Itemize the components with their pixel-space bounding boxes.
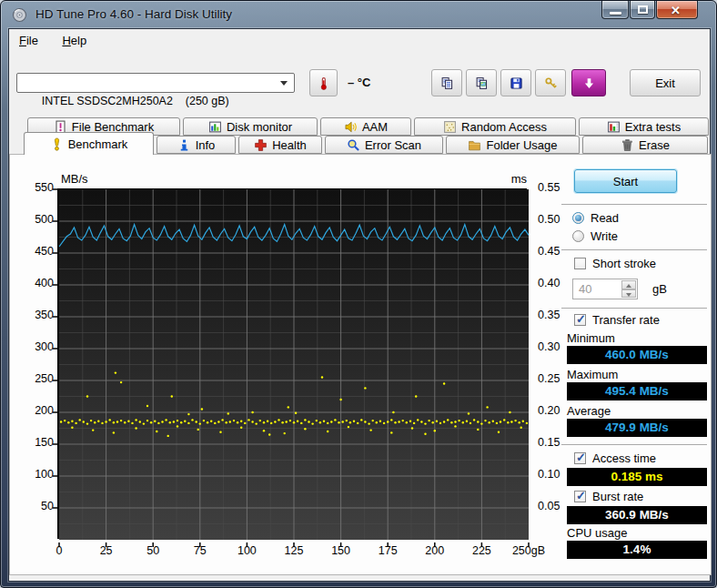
copy-image-icon bbox=[475, 76, 489, 90]
access-time-checkbox[interactable] bbox=[574, 452, 586, 464]
tab-random-access[interactable]: Random Access bbox=[414, 117, 576, 136]
burst-rate-checkbox[interactable] bbox=[574, 491, 586, 502]
tab-error-scan[interactable]: Error Scan bbox=[325, 136, 443, 154]
window-title: HD Tune Pro 4.60 - Hard Disk Utility bbox=[35, 7, 232, 21]
minimize-button[interactable] bbox=[601, 1, 629, 19]
menu-help[interactable]: Help bbox=[52, 29, 96, 52]
access-time-row[interactable]: Access time bbox=[574, 451, 656, 465]
info-icon bbox=[177, 138, 191, 152]
menu-file[interactable]: File bbox=[9, 29, 48, 52]
burst-rate-value: 360.9 MB/s bbox=[567, 506, 707, 524]
app-window: HD Tune Pro 4.60 - Hard Disk Utility ✕ F… bbox=[0, 0, 717, 588]
tab-extra-tests[interactable]: Extra tests bbox=[579, 117, 709, 136]
tab-aam[interactable]: AAM bbox=[320, 117, 411, 136]
update-button[interactable] bbox=[571, 69, 606, 96]
benchmark-chart bbox=[57, 188, 527, 539]
tab-folder-usage[interactable]: Folder Usage bbox=[446, 136, 580, 154]
spinner-up-button[interactable] bbox=[621, 280, 636, 289]
maximum-value: 495.4 MB/s bbox=[567, 382, 707, 400]
trash-icon bbox=[621, 138, 634, 152]
speaker-icon bbox=[344, 120, 358, 134]
chevron-down-icon bbox=[280, 81, 288, 86]
short-stroke-checkbox[interactable] bbox=[574, 258, 586, 269]
folder-icon bbox=[468, 138, 481, 152]
tab-erase[interactable]: Erase bbox=[582, 136, 708, 154]
transfer-rate-checkbox[interactable] bbox=[574, 314, 586, 326]
tab-info[interactable]: Info bbox=[157, 136, 236, 154]
temperature-button[interactable] bbox=[309, 69, 338, 96]
chart-plot-area bbox=[59, 189, 529, 540]
short-stroke-input[interactable]: 40 bbox=[572, 279, 638, 299]
drive-select-dropdown[interactable]: INTEL SSDSC2MH250A2 (250 gB) bbox=[16, 73, 295, 93]
options-key-icon bbox=[544, 76, 558, 90]
thermometer-icon bbox=[317, 76, 330, 90]
app-disk-icon bbox=[12, 7, 27, 23]
transfer-rate-row[interactable]: Transfer rate bbox=[574, 313, 660, 327]
extra-tests-icon bbox=[607, 120, 621, 134]
minimize-icon bbox=[610, 12, 621, 15]
burst-rate-row[interactable]: Burst rate bbox=[574, 490, 643, 503]
random-access-icon bbox=[443, 120, 457, 134]
maximize-button[interactable] bbox=[630, 1, 655, 19]
average-value: 479.9 MB/s bbox=[567, 419, 707, 437]
temperature-label: – °C bbox=[348, 76, 370, 89]
read-radio-row[interactable]: Read bbox=[572, 211, 619, 225]
start-button[interactable]: Start bbox=[574, 169, 677, 193]
tab-disk-monitor[interactable]: Disk monitor bbox=[183, 117, 318, 136]
maximize-icon bbox=[638, 5, 648, 14]
tab-health[interactable]: Health bbox=[238, 136, 322, 154]
benchmark-icon bbox=[50, 137, 64, 151]
minimum-value: 460.0 MB/s bbox=[567, 346, 707, 364]
tab-benchmark[interactable]: Benchmark bbox=[24, 132, 154, 155]
short-stroke-unit: gB bbox=[652, 282, 667, 296]
average-label: Average bbox=[567, 404, 611, 418]
maximum-label: Maximum bbox=[567, 368, 618, 381]
left-axis-title: MB/s bbox=[61, 172, 88, 186]
benchmark-panel: MB/s ms 55050045040035030025020015010050… bbox=[9, 154, 712, 575]
magnifier-icon bbox=[347, 138, 360, 152]
client-area: File Help INTEL SSDSC2MH250A2 (250 gB) –… bbox=[8, 28, 711, 582]
short-stroke-row[interactable]: Short stroke bbox=[574, 257, 656, 270]
cpu-usage-value: 1.4% bbox=[567, 541, 707, 559]
copy-text-button[interactable] bbox=[431, 69, 462, 96]
read-radio[interactable] bbox=[572, 212, 584, 224]
exit-button[interactable]: Exit bbox=[630, 69, 701, 96]
health-cross-icon bbox=[254, 138, 268, 152]
close-icon: ✕ bbox=[671, 4, 681, 17]
divider bbox=[561, 204, 707, 206]
divider bbox=[561, 308, 707, 309]
access-time-value: 0.185 ms bbox=[567, 468, 707, 486]
menubar: File Help bbox=[9, 29, 710, 53]
divider bbox=[561, 249, 707, 251]
disk-monitor-icon bbox=[208, 120, 222, 134]
write-radio-row[interactable]: Write bbox=[572, 229, 618, 243]
options-button[interactable] bbox=[535, 69, 566, 96]
save-button[interactable] bbox=[500, 69, 531, 96]
save-icon bbox=[510, 76, 523, 90]
minimum-label: Minimum bbox=[567, 331, 615, 345]
spinner-down-button[interactable] bbox=[621, 289, 636, 299]
right-axis-title: ms bbox=[492, 172, 527, 186]
divider bbox=[561, 444, 707, 446]
copy-image-button[interactable] bbox=[466, 69, 497, 96]
update-arrow-icon bbox=[582, 76, 596, 90]
titlebar: HD Tune Pro 4.60 - Hard Disk Utility ✕ bbox=[1, 1, 716, 28]
cpu-usage-label: CPU usage bbox=[567, 526, 627, 540]
drive-select-value: INTEL SSDSC2MH250A2 (250 gB) bbox=[42, 95, 229, 107]
copy-text-icon bbox=[440, 76, 454, 90]
write-radio[interactable] bbox=[572, 230, 584, 242]
close-button[interactable]: ✕ bbox=[656, 1, 698, 19]
